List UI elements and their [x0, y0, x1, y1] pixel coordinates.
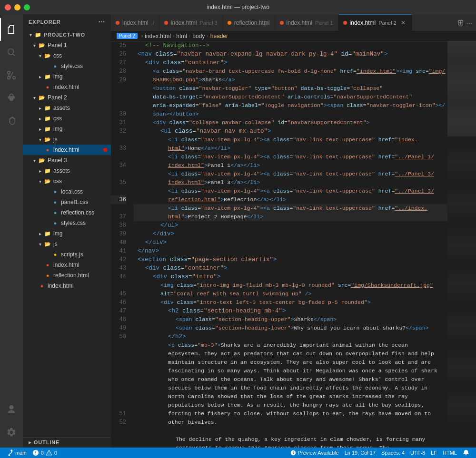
status-errors[interactable]: 0 0 — [30, 448, 60, 458]
activity-bar — [0, 14, 23, 448]
activity-explorer[interactable] — [0, 18, 23, 41]
code-content[interactable]: <!-- Navigation--> <nav class="navbar na… — [130, 41, 447, 448]
breadcrumb-body[interactable]: body — [192, 33, 205, 39]
code-line-29d: span></button> — [134, 110, 447, 118]
tab-close-button[interactable]: ✕ — [399, 19, 407, 26]
split-editor-icon[interactable]: ⊞ — [457, 18, 464, 27]
tree-label: js — [53, 241, 58, 247]
tree-index4[interactable]: ● index.html — [23, 281, 111, 291]
status-branch[interactable]: main — [4, 448, 30, 458]
code-line-44: <img class="intro-img img-fluid mb-3 mb-… — [134, 281, 447, 290]
status-notification[interactable]: Preview Available — [288, 448, 342, 458]
tree-css3[interactable]: ▾ 📂 css — [23, 176, 111, 186]
more-actions-icon[interactable]: ··· — [466, 19, 472, 27]
tree-js2[interactable]: ▾ 📂 js — [23, 134, 111, 145]
code-line-25: <!-- Navigation--> — [134, 41, 447, 50]
folder-icon: 📁 — [44, 104, 51, 112]
line-num: 41 — [111, 247, 126, 255]
tree-label: img — [53, 73, 62, 80]
minimize-button[interactable] — [14, 4, 20, 10]
code-line-50i: forcing the fishery to close. Without sc… — [134, 409, 447, 418]
breadcrumb-html[interactable]: index.html — [145, 33, 171, 39]
tree-styles-css[interactable]: ● styles.css — [23, 218, 111, 228]
activity-git[interactable] — [0, 64, 23, 87]
line-num — [111, 341, 126, 350]
sidebar: Explorer ··· ▾ 📁 PROJECT-TWO ▾ 📂 Panel 1… — [23, 14, 111, 448]
tree-panel1[interactable]: ▾ 📂 Panel 1 — [23, 40, 111, 50]
line-num: 30 — [111, 110, 126, 118]
tree-reflection-css[interactable]: ● reflection.css — [23, 207, 111, 218]
tab-index-panel3[interactable]: index.html Panel 3 — [159, 14, 223, 31]
line-num: 34 — [111, 161, 126, 170]
tree-index2-selected[interactable]: ● index.html — [23, 145, 111, 155]
sidebar-header: Explorer ··· — [23, 14, 111, 29]
tree-img2[interactable]: ▸ 📁 img — [23, 124, 111, 134]
code-line-45: <div class="intro-text left-0 text-cente… — [134, 298, 447, 307]
maximize-button[interactable] — [24, 4, 30, 10]
breadcrumb-html-tag[interactable]: html — [176, 33, 187, 39]
activity-settings[interactable] — [0, 421, 23, 444]
tab-index-root[interactable]: index.html ./ — [111, 14, 159, 31]
tree-project-root[interactable]: ▾ 📁 PROJECT-TWO — [23, 29, 111, 40]
tab-index-panel2-active[interactable]: index.html Panel 2 ✕ — [338, 14, 412, 31]
line-num — [111, 367, 126, 375]
tree-assets3[interactable]: ▸ 📁 assets — [23, 166, 111, 176]
line-num: 43 — [111, 264, 126, 273]
line-num: 51 — [111, 409, 126, 418]
code-line-29c: aria-expanded="false" aria-label="Toggle… — [134, 101, 447, 110]
tree-style-css[interactable]: ● style.css — [23, 61, 111, 71]
status-encoding[interactable]: UTF-8 — [407, 448, 428, 458]
line-num: 49 — [111, 324, 126, 332]
tree-reflection-html[interactable]: ● reflection.html — [23, 270, 111, 281]
activity-extensions[interactable] — [0, 109, 23, 132]
tree-img3[interactable]: ▸ 📁 img — [23, 228, 111, 239]
line-num: 31 — [111, 118, 126, 127]
status-position[interactable]: Ln 19, Col 17 — [342, 448, 378, 458]
line-num: 40 — [111, 238, 126, 247]
activity-account[interactable] — [0, 398, 23, 421]
line-num — [111, 401, 126, 409]
tab-reflection[interactable]: reflection.html — [223, 14, 275, 31]
tree-css2[interactable]: ▸ 📁 css — [23, 113, 111, 124]
status-line-ending[interactable]: LF — [428, 448, 440, 458]
code-line-46: <h2 class="section-heading mb-4"> — [134, 307, 447, 315]
tab-index-panel1[interactable]: index.html Panel 1 — [275, 14, 338, 31]
more-icon[interactable]: ··· — [99, 18, 105, 26]
code-line-35: <li class="nav-item px-lg-4"><a class="n… — [134, 187, 447, 195]
expand-arrow: ▸ — [36, 231, 44, 236]
minimap-viewport[interactable] — [447, 41, 476, 136]
tree-css1[interactable]: ▾ 📂 css — [23, 50, 111, 61]
window-controls — [5, 4, 30, 10]
tree-label: Panel 1 — [48, 42, 67, 49]
branch-name: main — [15, 450, 27, 456]
warning-count: 0 — [54, 450, 57, 456]
tree-assets2[interactable]: ▸ 📁 assets — [23, 103, 111, 113]
breadcrumb-header[interactable]: header — [210, 33, 228, 39]
status-notifications-bell[interactable] — [460, 448, 472, 458]
tree-local-css[interactable]: ● local.css — [23, 186, 111, 197]
line-num — [111, 93, 126, 101]
activity-debug[interactable] — [0, 87, 23, 109]
line-num: 48 — [111, 315, 126, 324]
tree-scripts-js[interactable]: ● scripts.js — [23, 249, 111, 260]
tree-js3[interactable]: ▾ 📂 js — [23, 239, 111, 249]
expand-arrow: ▾ — [30, 43, 38, 48]
tab-subtitle: Panel 2 — [378, 20, 396, 26]
tree-label: assets — [53, 105, 70, 111]
activity-search[interactable] — [0, 41, 23, 64]
tree-index1[interactable]: ● index.html — [23, 82, 111, 92]
tree-label: Panel 3 — [48, 157, 67, 164]
line-num: 33 — [111, 144, 126, 153]
tree-panel3[interactable]: ▾ 📂 Panel 3 — [23, 155, 111, 166]
tree-panel2[interactable]: ▾ 📂 Panel 2 — [23, 92, 111, 103]
expand-arrow: ▾ — [30, 158, 38, 163]
outline-section[interactable]: ▸ OUTLINE — [23, 437, 111, 448]
code-line-33: <li class="nav-item px-lg-4"><a class="n… — [134, 153, 447, 161]
tree-index3[interactable]: ● index.html — [23, 260, 111, 270]
status-spaces[interactable]: Spaces: 4 — [378, 448, 407, 458]
tree-panel1-css[interactable]: ● panel1.css — [23, 197, 111, 207]
status-language[interactable]: HTML — [440, 448, 460, 458]
tree-img1[interactable]: ▸ 📁 img — [23, 71, 111, 82]
code-line-47: <span class="section-heading-upper">Shar… — [134, 315, 447, 324]
close-button[interactable] — [5, 4, 11, 10]
